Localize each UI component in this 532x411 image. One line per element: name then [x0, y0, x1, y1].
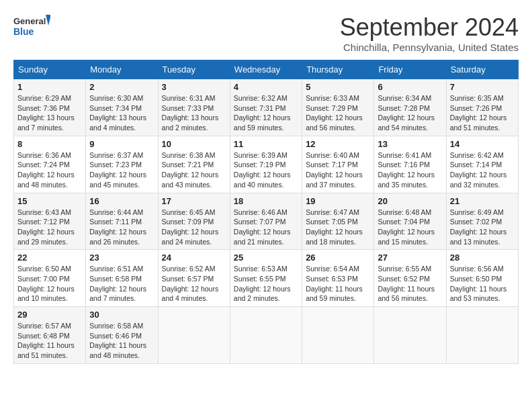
- calendar-cell: 27Sunrise: 6:55 AM Sunset: 6:52 PM Dayli…: [374, 250, 446, 307]
- calendar-cell: 7Sunrise: 6:35 AM Sunset: 7:26 PM Daylig…: [446, 79, 518, 136]
- calendar-cell: 17Sunrise: 6:45 AM Sunset: 7:09 PM Dayli…: [158, 193, 230, 250]
- day-info: Sunrise: 6:35 AM Sunset: 7:26 PM Dayligh…: [450, 93, 515, 133]
- calendar-cell: [446, 307, 518, 364]
- calendar-cell: 4Sunrise: 6:32 AM Sunset: 7:31 PM Daylig…: [230, 79, 302, 136]
- day-number: 6: [378, 82, 442, 92]
- day-number: 18: [234, 196, 298, 206]
- day-info: Sunrise: 6:49 AM Sunset: 7:02 PM Dayligh…: [450, 208, 515, 247]
- day-info: Sunrise: 6:58 AM Sunset: 6:46 PM Dayligh…: [89, 321, 154, 361]
- day-info: Sunrise: 6:33 AM Sunset: 7:29 PM Dayligh…: [306, 93, 370, 133]
- day-number: 20: [378, 196, 442, 206]
- day-number: 19: [306, 196, 370, 206]
- day-info: Sunrise: 6:57 AM Sunset: 6:48 PM Dayligh…: [17, 321, 82, 361]
- day-info: Sunrise: 6:29 AM Sunset: 7:36 PM Dayligh…: [17, 93, 82, 133]
- day-number: 16: [89, 196, 154, 206]
- day-info: Sunrise: 6:34 AM Sunset: 7:28 PM Dayligh…: [378, 93, 442, 133]
- calendar-cell: 29Sunrise: 6:57 AM Sunset: 6:48 PM Dayli…: [14, 307, 86, 364]
- day-number: 4: [234, 82, 298, 92]
- day-info: Sunrise: 6:45 AM Sunset: 7:09 PM Dayligh…: [162, 208, 226, 247]
- day-number: 21: [450, 196, 515, 206]
- calendar-cell: 20Sunrise: 6:48 AM Sunset: 7:04 PM Dayli…: [374, 193, 446, 250]
- day-number: 12: [306, 139, 370, 149]
- location-subtitle: Chinchilla, Pennsylvania, United States: [340, 42, 519, 53]
- day-number: 15: [17, 196, 82, 206]
- day-info: Sunrise: 6:32 AM Sunset: 7:31 PM Dayligh…: [234, 93, 298, 133]
- title-block: September 2024 Chinchilla, Pennsylvania,…: [340, 13, 519, 53]
- weekday-header-saturday: Saturday: [446, 60, 518, 79]
- day-number: 28: [450, 253, 515, 263]
- calendar-cell: 22Sunrise: 6:50 AM Sunset: 7:00 PM Dayli…: [14, 250, 86, 307]
- day-info: Sunrise: 6:46 AM Sunset: 7:07 PM Dayligh…: [234, 208, 298, 247]
- day-info: Sunrise: 6:50 AM Sunset: 7:00 PM Dayligh…: [17, 264, 82, 304]
- day-info: Sunrise: 6:47 AM Sunset: 7:05 PM Dayligh…: [306, 208, 370, 247]
- day-info: Sunrise: 6:54 AM Sunset: 6:53 PM Dayligh…: [306, 264, 370, 304]
- calendar-cell: 30Sunrise: 6:58 AM Sunset: 6:46 PM Dayli…: [86, 307, 158, 364]
- day-number: 11: [234, 139, 298, 149]
- calendar-cell: 21Sunrise: 6:49 AM Sunset: 7:02 PM Dayli…: [446, 193, 518, 250]
- calendar-table: SundayMondayTuesdayWednesdayThursdayFrid…: [13, 60, 519, 364]
- weekday-header-friday: Friday: [374, 60, 446, 79]
- calendar-cell: 11Sunrise: 6:39 AM Sunset: 7:19 PM Dayli…: [230, 136, 302, 193]
- calendar-cell: [302, 307, 374, 364]
- day-number: 7: [450, 82, 515, 92]
- day-info: Sunrise: 6:43 AM Sunset: 7:12 PM Dayligh…: [17, 208, 82, 247]
- calendar-cell: 19Sunrise: 6:47 AM Sunset: 7:05 PM Dayli…: [302, 193, 374, 250]
- day-info: Sunrise: 6:30 AM Sunset: 7:34 PM Dayligh…: [89, 93, 154, 133]
- day-info: Sunrise: 6:53 AM Sunset: 6:55 PM Dayligh…: [234, 264, 298, 304]
- day-number: 26: [306, 253, 370, 263]
- day-info: Sunrise: 6:56 AM Sunset: 6:50 PM Dayligh…: [450, 264, 515, 304]
- day-number: 24: [162, 253, 226, 263]
- calendar-cell: 1Sunrise: 6:29 AM Sunset: 7:36 PM Daylig…: [14, 79, 86, 136]
- weekday-header-sunday: Sunday: [14, 60, 86, 79]
- calendar-cell: 15Sunrise: 6:43 AM Sunset: 7:12 PM Dayli…: [14, 193, 86, 250]
- svg-text:Blue: Blue: [13, 26, 34, 37]
- calendar-cell: [374, 307, 446, 364]
- day-number: 10: [162, 139, 226, 149]
- calendar-cell: 24Sunrise: 6:52 AM Sunset: 6:57 PM Dayli…: [158, 250, 230, 307]
- day-number: 27: [378, 253, 442, 263]
- day-number: 3: [162, 82, 226, 92]
- calendar-cell: 25Sunrise: 6:53 AM Sunset: 6:55 PM Dayli…: [230, 250, 302, 307]
- calendar-cell: 8Sunrise: 6:36 AM Sunset: 7:24 PM Daylig…: [14, 136, 86, 193]
- calendar-cell: 16Sunrise: 6:44 AM Sunset: 7:11 PM Dayli…: [86, 193, 158, 250]
- svg-marker-2: [46, 15, 50, 26]
- day-info: Sunrise: 6:51 AM Sunset: 6:58 PM Dayligh…: [89, 264, 154, 304]
- day-number: 25: [234, 253, 298, 263]
- weekday-header-tuesday: Tuesday: [158, 60, 230, 79]
- calendar-cell: [230, 307, 302, 364]
- weekday-header-monday: Monday: [86, 60, 158, 79]
- day-info: Sunrise: 6:41 AM Sunset: 7:16 PM Dayligh…: [378, 150, 442, 190]
- day-number: 29: [17, 310, 82, 320]
- logo: General Blue: [13, 13, 50, 43]
- calendar-cell: 18Sunrise: 6:46 AM Sunset: 7:07 PM Dayli…: [230, 193, 302, 250]
- calendar-cell: 23Sunrise: 6:51 AM Sunset: 6:58 PM Dayli…: [86, 250, 158, 307]
- calendar-cell: 28Sunrise: 6:56 AM Sunset: 6:50 PM Dayli…: [446, 250, 518, 307]
- calendar-cell: 9Sunrise: 6:37 AM Sunset: 7:23 PM Daylig…: [86, 136, 158, 193]
- day-info: Sunrise: 6:44 AM Sunset: 7:11 PM Dayligh…: [89, 208, 154, 247]
- calendar-cell: 2Sunrise: 6:30 AM Sunset: 7:34 PM Daylig…: [86, 79, 158, 136]
- calendar-cell: 14Sunrise: 6:42 AM Sunset: 7:14 PM Dayli…: [446, 136, 518, 193]
- calendar-cell: 3Sunrise: 6:31 AM Sunset: 7:33 PM Daylig…: [158, 79, 230, 136]
- calendar-cell: 12Sunrise: 6:40 AM Sunset: 7:17 PM Dayli…: [302, 136, 374, 193]
- day-number: 14: [450, 139, 515, 149]
- calendar-cell: [158, 307, 230, 364]
- calendar-cell: 26Sunrise: 6:54 AM Sunset: 6:53 PM Dayli…: [302, 250, 374, 307]
- calendar-cell: 6Sunrise: 6:34 AM Sunset: 7:28 PM Daylig…: [374, 79, 446, 136]
- calendar-cell: 13Sunrise: 6:41 AM Sunset: 7:16 PM Dayli…: [374, 136, 446, 193]
- day-number: 17: [162, 196, 226, 206]
- svg-text:General: General: [13, 16, 46, 26]
- weekday-header-thursday: Thursday: [302, 60, 374, 79]
- day-info: Sunrise: 6:48 AM Sunset: 7:04 PM Dayligh…: [378, 208, 442, 247]
- day-number: 9: [89, 139, 154, 149]
- page-header: General Blue September 2024 Chinchilla, …: [13, 13, 519, 53]
- day-info: Sunrise: 6:31 AM Sunset: 7:33 PM Dayligh…: [162, 93, 226, 133]
- day-number: 8: [17, 139, 82, 149]
- day-number: 30: [89, 310, 154, 320]
- weekday-header-wednesday: Wednesday: [230, 60, 302, 79]
- day-number: 13: [378, 139, 442, 149]
- day-number: 23: [89, 253, 154, 263]
- day-info: Sunrise: 6:37 AM Sunset: 7:23 PM Dayligh…: [89, 150, 154, 190]
- day-info: Sunrise: 6:40 AM Sunset: 7:17 PM Dayligh…: [306, 150, 370, 190]
- day-info: Sunrise: 6:42 AM Sunset: 7:14 PM Dayligh…: [450, 150, 515, 190]
- day-info: Sunrise: 6:36 AM Sunset: 7:24 PM Dayligh…: [17, 150, 82, 190]
